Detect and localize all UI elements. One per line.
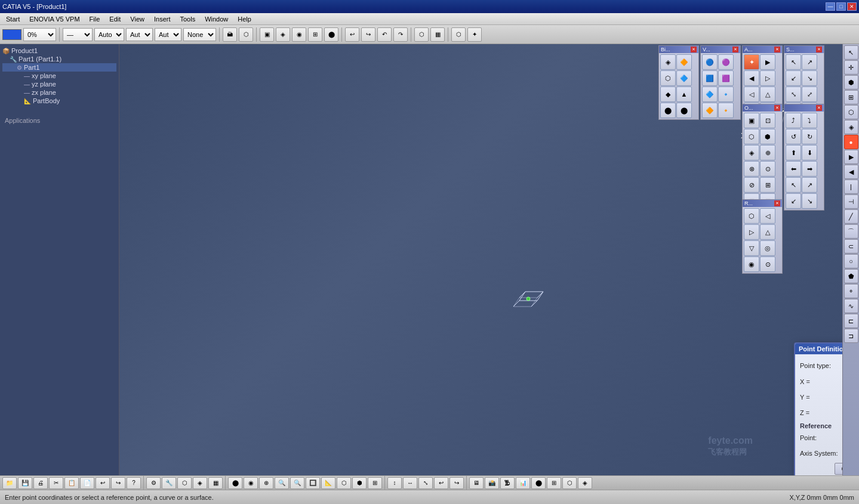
v-btn-5[interactable]: 🔷 bbox=[702, 86, 718, 102]
v2-btn-7[interactable]: ⬅ bbox=[786, 161, 801, 177]
o-btn-8[interactable]: ⊙ bbox=[760, 161, 775, 177]
r-btn-8[interactable]: ⊙ bbox=[760, 256, 775, 272]
panel-s-close[interactable]: ✕ bbox=[816, 47, 822, 52]
canvas-area[interactable]: Z Y X bbox=[119, 44, 842, 475]
toolbar-btn-6[interactable]: ↩ bbox=[345, 27, 359, 42]
r-btn-1[interactable]: ⬡ bbox=[744, 208, 759, 224]
line-style-select[interactable]: — bbox=[63, 28, 93, 41]
bottom-btn-14[interactable]: ▦ bbox=[208, 477, 223, 489]
toolbar-btn-5[interactable]: ⬤ bbox=[324, 27, 338, 42]
toolbar-btn-7[interactable]: ↪ bbox=[361, 27, 375, 42]
s-btn-4[interactable]: ↘ bbox=[802, 70, 817, 86]
toolbar-btn-2[interactable]: ◈ bbox=[276, 27, 290, 42]
bottom-btn-26[interactable]: ↔ bbox=[403, 477, 417, 489]
menu-tools[interactable]: Tools bbox=[175, 14, 200, 24]
v-btn-1[interactable]: 🔵 bbox=[702, 54, 718, 70]
bottom-btn-16[interactable]: ◉ bbox=[244, 477, 258, 489]
far-right-btn-1[interactable]: ↖ bbox=[844, 45, 858, 60]
bi-btn-7[interactable]: ⬤ bbox=[660, 103, 676, 118]
r-btn-7[interactable]: ◉ bbox=[744, 256, 759, 272]
menu-start[interactable]: Start bbox=[1, 14, 24, 24]
a-btn-2[interactable]: ▶ bbox=[760, 54, 775, 70]
v2-btn-12[interactable]: ↘ bbox=[802, 193, 817, 209]
v2-btn-10[interactable]: ↗ bbox=[802, 177, 817, 193]
toolbar-btn-3[interactable]: ◉ bbox=[292, 27, 306, 42]
bottom-btn-4[interactable]: ✂ bbox=[49, 477, 63, 489]
v2-btn-1[interactable]: ⤴ bbox=[786, 113, 801, 128]
a-btn-5[interactable]: ◁ bbox=[744, 86, 759, 102]
v2-btn-9[interactable]: ↖ bbox=[786, 177, 801, 193]
tree-item-part1[interactable]: ⚙ Part1 bbox=[2, 63, 116, 72]
o-btn-9[interactable]: ⊘ bbox=[744, 177, 759, 193]
bottom-btn-31[interactable]: 📸 bbox=[485, 477, 499, 489]
far-right-btn-3[interactable]: ⬢ bbox=[844, 75, 858, 89]
far-right-btn-6[interactable]: ◈ bbox=[844, 120, 858, 134]
bottom-btn-28[interactable]: ↩ bbox=[434, 477, 448, 489]
a-btn-6[interactable]: △ bbox=[760, 86, 775, 102]
bottom-btn-3[interactable]: 🖨 bbox=[33, 477, 48, 489]
a-btn-3[interactable]: ◀ bbox=[744, 70, 759, 86]
bottom-btn-21[interactable]: 📐 bbox=[321, 477, 335, 489]
toolbar-btn-10[interactable]: ⬡ bbox=[414, 27, 429, 42]
bottom-btn-10[interactable]: ⚙ bbox=[146, 477, 161, 489]
bi-btn-2[interactable]: 🔶 bbox=[676, 54, 692, 70]
far-right-btn-10[interactable]: ⊣ bbox=[844, 194, 858, 209]
bottom-btn-25[interactable]: ↕ bbox=[387, 477, 402, 489]
bottom-btn-6[interactable]: 📄 bbox=[80, 477, 94, 489]
toolbar-btn-8[interactable]: ↶ bbox=[377, 27, 392, 42]
menu-insert[interactable]: Insert bbox=[149, 14, 176, 24]
bottom-btn-15[interactable]: ⬤ bbox=[228, 477, 242, 489]
maximize-button[interactable]: □ bbox=[836, 2, 846, 11]
s-btn-2[interactable]: ↗ bbox=[802, 54, 817, 70]
menu-view[interactable]: View bbox=[125, 14, 149, 24]
bottom-btn-36[interactable]: ⬡ bbox=[562, 477, 577, 489]
r-btn-2[interactable]: ◁ bbox=[760, 208, 775, 224]
v-btn-2[interactable]: 🟣 bbox=[718, 54, 734, 70]
v2-btn-3[interactable]: ↺ bbox=[786, 129, 801, 144]
v2-btn-4[interactable]: ↻ bbox=[802, 129, 817, 144]
bottom-btn-18[interactable]: 🔍 bbox=[275, 477, 289, 489]
o-btn-6[interactable]: ⊕ bbox=[760, 145, 775, 160]
r-btn-5[interactable]: ▽ bbox=[744, 240, 759, 256]
far-right-btn-9[interactable]: | bbox=[844, 180, 858, 194]
view-btn-2[interactable]: ⬡ bbox=[239, 27, 253, 42]
far-right-btn-15[interactable]: ⬟ bbox=[844, 269, 858, 283]
v2-btn-6[interactable]: ⬇ bbox=[802, 145, 817, 160]
bottom-btn-20[interactable]: 🔲 bbox=[306, 477, 320, 489]
menu-edit[interactable]: Edit bbox=[104, 14, 125, 24]
v-btn-7[interactable]: 🔶 bbox=[702, 103, 718, 118]
v-btn-8[interactable]: 🔸 bbox=[718, 103, 734, 118]
toolbar-btn-9[interactable]: ↷ bbox=[393, 27, 408, 42]
v-btn-6[interactable]: 🔹 bbox=[718, 86, 734, 102]
v2-btn-5[interactable]: ⬆ bbox=[786, 145, 801, 160]
bottom-btn-8[interactable]: ↪ bbox=[111, 477, 125, 489]
bi-btn-8[interactable]: ⬤ bbox=[676, 103, 692, 118]
toolbar-btn-1[interactable]: ▣ bbox=[260, 27, 274, 42]
v2-btn-2[interactable]: ⤵ bbox=[802, 113, 817, 128]
far-right-btn-12[interactable]: ⌒ bbox=[844, 224, 858, 239]
bottom-btn-34[interactable]: ⬤ bbox=[531, 477, 546, 489]
o-btn-7[interactable]: ⊗ bbox=[744, 161, 759, 177]
o-btn-2[interactable]: ⊡ bbox=[760, 113, 775, 128]
far-right-btn-8[interactable]: ◀ bbox=[844, 165, 858, 179]
view-btn-1[interactable]: 🏔 bbox=[223, 27, 237, 42]
tree-item-part11[interactable]: 🔧 Part1 (Part1.1) bbox=[2, 55, 116, 63]
bottom-btn-2[interactable]: 💾 bbox=[18, 477, 32, 489]
far-right-btn-2[interactable]: ✛ bbox=[844, 60, 858, 75]
far-right-btn-7[interactable]: ▶ bbox=[844, 150, 858, 164]
toolbar-btn-4[interactable]: ⊞ bbox=[308, 27, 322, 42]
toolbar-btn-13[interactable]: ✦ bbox=[467, 27, 482, 42]
far-right-btn-4[interactable]: ⊞ bbox=[844, 90, 858, 104]
s-btn-1[interactable]: ↖ bbox=[786, 54, 801, 70]
toolbar-btn-11[interactable]: ▦ bbox=[430, 27, 445, 42]
bottom-btn-23[interactable]: ⬢ bbox=[352, 477, 367, 489]
bottom-btn-5[interactable]: 📋 bbox=[64, 477, 79, 489]
far-right-btn-13[interactable]: ⊂ bbox=[844, 239, 858, 253]
panel-v-close[interactable]: ✕ bbox=[732, 47, 738, 52]
far-right-btn-16[interactable]: ⚬ bbox=[844, 284, 858, 298]
toolbar-btn-12[interactable]: ⬡ bbox=[451, 27, 466, 42]
bottom-btn-7[interactable]: ↩ bbox=[96, 477, 110, 489]
bi-btn-5[interactable]: ◆ bbox=[660, 86, 676, 102]
a-btn-1[interactable]: ✦ bbox=[744, 54, 759, 70]
far-right-btn-17[interactable]: ∿ bbox=[844, 299, 858, 313]
